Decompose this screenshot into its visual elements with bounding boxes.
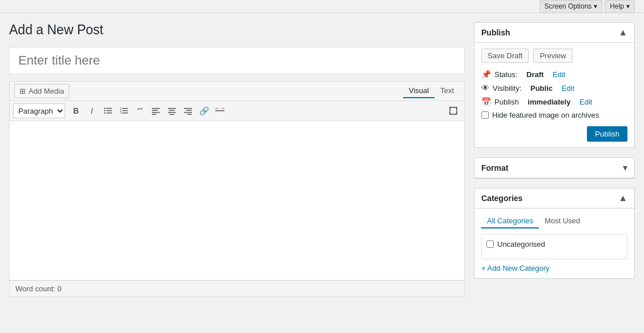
svg-rect-0: [106, 108, 112, 109]
svg-rect-24: [215, 110, 224, 111]
status-value: Draft: [526, 70, 544, 79]
align-center-button[interactable]: [164, 103, 179, 118]
editor-view-tabs: Visual Text: [403, 84, 460, 98]
categories-collapse-icon: ▲: [618, 193, 627, 203]
svg-rect-8: [122, 113, 128, 114]
svg-rect-20: [184, 108, 192, 109]
help-button[interactable]: Help ▾: [605, 0, 635, 13]
status-edit-link[interactable]: Edit: [553, 70, 565, 79]
tab-all-categories[interactable]: All Categories: [481, 214, 539, 228]
add-media-button[interactable]: ⊞ Add Media: [14, 84, 69, 98]
publish-actions-top: Save Draft Preview: [481, 49, 627, 63]
svg-rect-15: [152, 114, 156, 115]
editor-body[interactable]: [9, 121, 465, 280]
post-title-input[interactable]: [9, 47, 465, 74]
preview-button[interactable]: Preview: [533, 49, 572, 63]
page-title: Add a New Post: [9, 22, 465, 38]
hide-featured-checkbox[interactable]: [481, 111, 489, 119]
publish-box-title: Publish: [481, 28, 510, 37]
format-toolbar: Paragraph B I 123 “” 🔗: [9, 101, 465, 121]
top-bar: Screen Options ▾ Help ▾: [0, 0, 644, 13]
categories-box-title: Categories: [481, 194, 522, 203]
editor-top-toolbar: ⊞ Add Media Visual Text: [9, 81, 465, 101]
tab-most-used[interactable]: Most Used: [539, 214, 586, 228]
svg-rect-23: [187, 114, 192, 115]
svg-rect-22: [184, 112, 192, 113]
unordered-list-button[interactable]: [100, 103, 115, 118]
publish-date-row: 📅 Publish immediately Edit: [481, 97, 627, 106]
publish-date-edit-link[interactable]: Edit: [579, 98, 592, 106]
svg-rect-19: [170, 114, 174, 115]
tab-visual[interactable]: Visual: [403, 84, 434, 98]
add-media-icon: ⊞: [19, 87, 26, 95]
visibility-label: Visibility:: [493, 84, 521, 93]
add-media-label: Add Media: [29, 87, 64, 95]
visibility-edit-link[interactable]: Edit: [562, 84, 574, 93]
word-count: Word count: 0: [15, 284, 62, 293]
publish-box: Publish ▲ Save Draft Preview 📌 Status: D…: [474, 22, 635, 148]
svg-rect-21: [186, 110, 192, 111]
category-label-uncategorised: Uncategorised: [497, 240, 545, 248]
category-checkbox-uncategorised[interactable]: [486, 240, 494, 248]
svg-rect-26: [221, 108, 224, 109]
svg-rect-25: [215, 108, 219, 109]
publish-bottom: Publish: [481, 126, 627, 142]
format-box-title: Format: [481, 163, 508, 172]
insert-link-button[interactable]: 🔗: [196, 103, 211, 118]
editor-footer: Word count: 0: [9, 280, 465, 297]
insert-more-button[interactable]: [212, 103, 227, 118]
fullscreen-button[interactable]: [446, 103, 461, 118]
main-content: Add a New Post ⊞ Add Media Visual Text P…: [0, 13, 644, 306]
align-right-button[interactable]: [180, 103, 195, 118]
hide-featured-row: Hide featured image on archives: [481, 111, 627, 119]
svg-rect-2: [106, 113, 112, 114]
category-list: Uncategorised: [481, 234, 627, 259]
category-tabs: All Categories Most Used: [481, 214, 627, 228]
svg-rect-14: [152, 112, 160, 113]
paragraph-select[interactable]: Paragraph: [13, 103, 65, 118]
category-item: Uncategorised: [486, 238, 622, 250]
screen-options-button[interactable]: Screen Options ▾: [540, 0, 603, 13]
svg-rect-1: [106, 110, 112, 111]
status-row: 📌 Status: Draft Edit: [481, 70, 627, 79]
bold-button[interactable]: B: [69, 103, 83, 118]
svg-rect-12: [152, 108, 160, 109]
add-new-category-link[interactable]: + Add New Category: [481, 264, 550, 272]
help-label: Help: [610, 2, 624, 10]
svg-point-5: [104, 113, 105, 114]
help-chevron-icon: ▾: [626, 2, 630, 10]
svg-point-4: [104, 110, 105, 111]
publish-box-body: Save Draft Preview 📌 Status: Draft Edit …: [474, 43, 634, 147]
status-icon: 📌: [481, 70, 491, 79]
screen-options-chevron-icon: ▾: [594, 2, 597, 10]
ordered-list-button[interactable]: 123: [116, 103, 131, 118]
sidebar: Publish ▲ Save Draft Preview 📌 Status: D…: [474, 22, 635, 297]
svg-rect-27: [450, 107, 457, 114]
svg-rect-16: [168, 108, 176, 109]
format-box: Format ▾: [474, 157, 635, 179]
format-box-header[interactable]: Format ▾: [474, 158, 634, 178]
tab-text[interactable]: Text: [434, 84, 460, 98]
publish-date-label: Publish: [494, 98, 519, 106]
status-label: Status:: [494, 70, 517, 79]
categories-box-header[interactable]: Categories ▲: [474, 188, 634, 208]
blockquote-button[interactable]: “”: [132, 103, 147, 118]
visibility-row: 👁 Visibility: Public Edit: [481, 83, 627, 93]
svg-rect-7: [122, 110, 128, 111]
svg-rect-17: [169, 110, 175, 111]
publish-box-header[interactable]: Publish ▲: [474, 23, 634, 43]
categories-box: Categories ▲ All Categories Most Used Un…: [474, 188, 635, 279]
svg-rect-18: [168, 112, 176, 113]
visibility-value: Public: [530, 84, 553, 93]
svg-point-3: [104, 108, 105, 109]
save-draft-button[interactable]: Save Draft: [481, 49, 529, 63]
visibility-icon: 👁: [481, 83, 489, 93]
publish-date-icon: 📅: [481, 97, 491, 106]
format-collapse-icon: ▾: [623, 162, 627, 173]
hide-featured-label: Hide featured image on archives: [492, 111, 599, 119]
publish-collapse-icon: ▲: [618, 27, 627, 38]
italic-button[interactable]: I: [84, 103, 99, 118]
publish-date-value: immediately: [528, 98, 570, 106]
publish-button[interactable]: Publish: [587, 126, 627, 142]
align-left-button[interactable]: [148, 103, 163, 118]
